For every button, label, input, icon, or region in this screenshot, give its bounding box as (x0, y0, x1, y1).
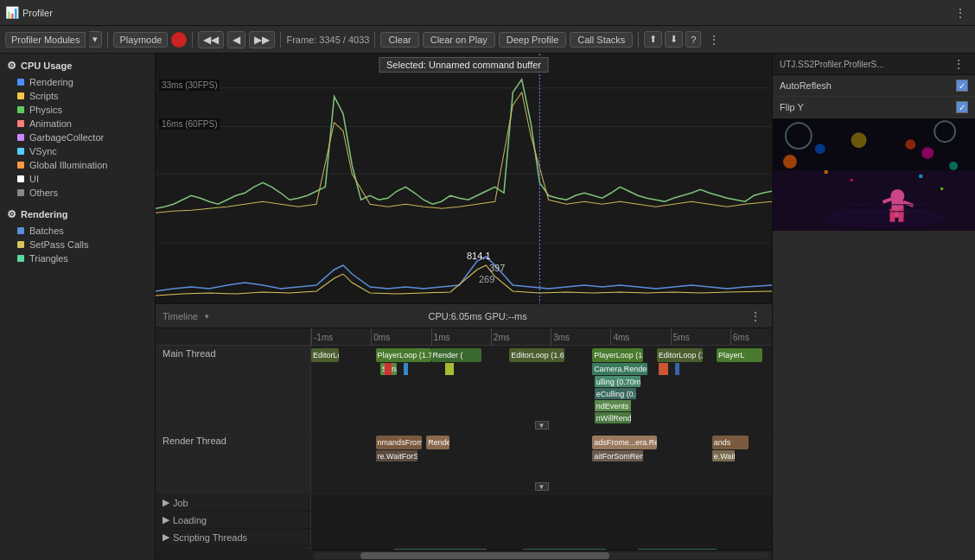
scrollbar-thumb[interactable] (360, 552, 610, 559)
sidebar-item-physics[interactable]: Physics (0, 103, 155, 117)
game-preview (773, 118, 975, 231)
ruler-label-space (156, 328, 311, 346)
sidebar-item-vsync[interactable]: VSync (0, 144, 155, 158)
sidebar-item-gi[interactable]: Global Illumination (0, 158, 155, 172)
sidebar-item-triangles[interactable]: Triangles (0, 251, 155, 265)
playmode-button[interactable]: Playmode (113, 32, 168, 48)
sidebar-item-ui[interactable]: UI (0, 172, 155, 186)
job-expand-icon: ▶ (162, 497, 169, 508)
render-block-adsframe[interactable]: adsFrome...era.Render (1.00 (592, 436, 657, 449)
mini-block-blue-2 (675, 363, 679, 375)
sub-block-ndevents[interactable]: ndEvents (0 (595, 400, 632, 411)
cpu-usage-header[interactable]: ⚙ CPU Usage (0, 56, 155, 75)
tick-6ms: 6ms (730, 328, 749, 346)
timeline-toolbar: Timeline ▾ CPU:6.05ms GPU:--ms ⋮ (156, 304, 772, 328)
timeline-scrollbar[interactable] (311, 550, 772, 560)
timeline-more-button[interactable]: ⋮ (746, 309, 765, 323)
record-button[interactable] (171, 32, 187, 48)
timeline-body: -1ms 0ms 1ms 2ms 3ms 4ms 5ms 6ms (156, 328, 772, 560)
block-editorloop-1[interactable]: EditorLoop (1.17ms) (311, 348, 339, 362)
mini-block-red-1 (385, 363, 392, 375)
cpu-chart-svg (156, 54, 772, 243)
window-more-button[interactable]: ⋮ (951, 6, 970, 20)
sidebar-item-setpass[interactable]: SetPass Calls (0, 238, 155, 251)
sidebar-item-animation[interactable]: Animation (0, 117, 155, 130)
center-area: Selected: Unnamed command buffer 33ms (3… (156, 54, 772, 560)
gc-color (17, 134, 24, 141)
next-frame-button[interactable]: ▶▶ (249, 31, 275, 48)
sidebar-item-batches[interactable]: Batches (0, 224, 155, 238)
main-thread-collapse[interactable]: ▼ (535, 421, 549, 430)
tick-0ms: 0ms (371, 328, 390, 346)
background-job-section-label[interactable]: ▶ Background Job (156, 546, 311, 550)
go-to-first-frame-button[interactable]: ◀◀ (198, 31, 224, 48)
sidebar-item-scripts[interactable]: Scripts (0, 89, 155, 103)
export-button[interactable]: ⬆ (644, 31, 662, 48)
render-sub-waitsignal-1[interactable]: re.WaitForSignal (376, 450, 417, 461)
tick-4ms: 4ms (610, 328, 629, 346)
render-block-nmands[interactable]: nmandsFromMa (376, 436, 422, 449)
render-block-render-1[interactable]: Render... (426, 436, 449, 449)
call-stacks-button[interactable]: Call Stacks (570, 32, 633, 48)
sidebar-item-gc[interactable]: GarbageCollector (0, 130, 155, 144)
rendering-section-label: Rendering (21, 209, 67, 220)
profiler-modules-button[interactable]: Profiler Modules (5, 32, 86, 48)
render-chart[interactable]: 814.1 397 269 (156, 244, 772, 304)
gi-color (17, 162, 24, 169)
cpu-chart[interactable]: Selected: Unnamed command buffer 33ms (3… (156, 54, 772, 244)
value-397: 397 (489, 263, 505, 273)
sub-block-culling[interactable]: ulling (0.70m (595, 376, 640, 387)
main-thread-content[interactable]: EditorLoop (1.17ms) PlayerLoop (1.73ms) … (311, 346, 772, 432)
svg-rect-5 (156, 244, 772, 304)
rendering-header[interactable]: ⚙ Rendering (0, 205, 155, 224)
block-render-1[interactable]: Render ( (431, 348, 482, 362)
help-button[interactable]: ? (685, 31, 701, 48)
scripting-threads-section-content (311, 530, 772, 545)
block-playerloop-2[interactable]: PlayerLoop (1.35ms) (592, 348, 643, 362)
frame-counter: Frame: 3345 / 4033 (286, 35, 369, 45)
sub-block-nwillrender[interactable]: nWillRender (595, 412, 632, 423)
job-section-label[interactable]: ▶ Job (156, 494, 311, 511)
profiler-modules-arrow[interactable]: ▾ (89, 31, 102, 48)
prev-frame-button[interactable]: ◀ (227, 31, 245, 48)
clear-button[interactable]: Clear (380, 32, 418, 48)
sidebar-item-others[interactable]: Others (0, 186, 155, 200)
loading-label: Loading (173, 515, 207, 525)
sub-block-eculling[interactable]: eCulling (0.6 (595, 388, 636, 399)
render-chart-svg (156, 244, 772, 304)
toolbar-more-button[interactable]: ⋮ (704, 33, 723, 47)
separator-1 (107, 32, 108, 48)
sub-block-camera-render[interactable]: Camera.Render ( (592, 363, 647, 375)
block-editorloop-2[interactable]: EditorLoop (1.65ms) (509, 348, 564, 362)
render-sub-ewait[interactable]: e.Wait (712, 450, 736, 461)
block-playerloop-1[interactable]: PlayerLoop (1.73ms) (376, 348, 431, 362)
sidebar-item-rendering[interactable]: Rendering (0, 75, 155, 89)
render-thread-collapse[interactable]: ▼ (535, 482, 549, 491)
autoreflesh-checkbox[interactable] (956, 80, 968, 92)
render-thread-content[interactable]: nmandsFromMa Render... adsFrome...era.Re… (311, 433, 772, 493)
scripting-threads-section-label[interactable]: ▶ Scripting Threads (156, 529, 311, 545)
flip-y-checkbox[interactable] (956, 101, 968, 113)
autoreflesh-label: AutoReflesh (780, 80, 832, 91)
deep-profile-button[interactable]: Deep Profile (499, 32, 567, 48)
svg-point-20 (921, 147, 934, 159)
clear-on-play-button[interactable]: Clear on Play (423, 32, 495, 48)
timeline-rows[interactable]: Main Thread EditorLoop (1.17ms) PlayerLo… (156, 346, 772, 550)
render-block-ands[interactable]: ands (712, 436, 749, 449)
main-content: ⚙ CPU Usage Rendering Scripts Physics An… (0, 54, 975, 560)
chart-area: Selected: Unnamed command buffer 33ms (3… (156, 54, 772, 304)
svg-point-9 (825, 207, 945, 228)
block-playerloop-3[interactable]: PlayerL (717, 348, 762, 362)
rendering-label: Rendering (29, 77, 148, 87)
timeline-collapse-button[interactable]: ▾ (205, 312, 209, 321)
block-editorloop-3[interactable]: EditorLoop (1.18ms) (657, 348, 703, 362)
profiler-toolbar: Profiler Modules ▾ Playmode ◀◀ ◀ ▶▶ Fram… (0, 26, 975, 54)
right-panel-more-button[interactable]: ⋮ (949, 57, 968, 71)
loading-section-label[interactable]: ▶ Loading (156, 512, 311, 528)
profiler-icon: 📊 (5, 6, 19, 19)
render-thread-row: Render Thread nmandsFromMa Render... ads… (156, 433, 772, 494)
toolbar-icon-group: ⬆ ⬇ ? (644, 31, 701, 48)
render-sub-waitforsomren[interactable]: aitForSomRen (592, 450, 643, 461)
import-button[interactable]: ⬇ (665, 31, 683, 48)
cpu-icon: ⚙ (7, 60, 16, 72)
